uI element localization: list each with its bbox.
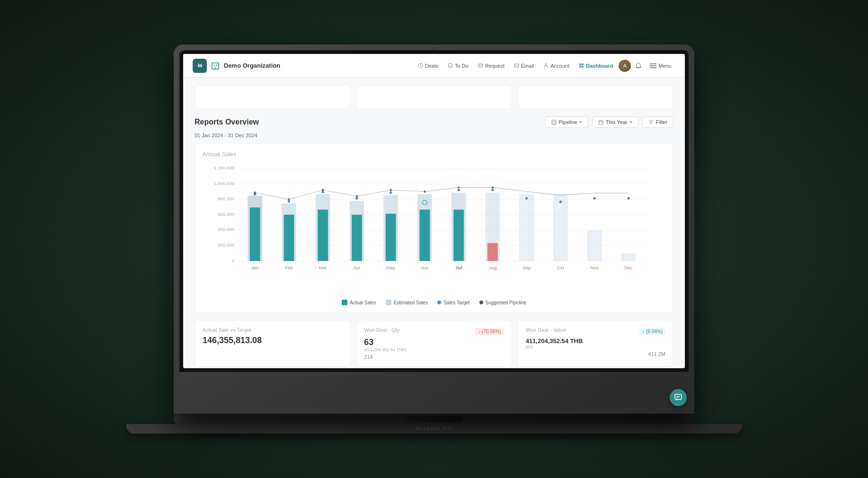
card-title-1: Actual Sale vs Target [203,327,342,333]
svg-line-6 [420,66,421,67]
svg-rect-2 [216,65,217,66]
card-sub-2: (411,204,352.54 THB) [364,347,504,352]
screen: ini Demo Organization [183,54,685,368]
svg-rect-54 [318,210,328,261]
svg-rect-83 [519,194,533,261]
svg-text:Jan: Jan [251,265,259,270]
svg-rect-8 [478,64,483,67]
svg-rect-7 [449,64,452,68]
screen-bezel: ini Demo Organization [179,50,689,372]
card-value-1: 146,355,813.08 [203,336,342,345]
svg-text:Feb: Feb [285,265,293,270]
chart-legend: Actual Sales Estimated Sales Sales Targe… [203,300,665,305]
account-label: Account [550,63,569,69]
svg-text:Apr: Apr [353,265,361,270]
nav-item-account[interactable]: Account [540,61,573,71]
svg-rect-89 [587,230,602,261]
this-year-button[interactable]: This Year ▾ [592,116,638,128]
legend-estimated-box [386,300,391,305]
navbar: ini Demo Organization [183,54,685,78]
legend-target-label: Sales Target [443,300,469,305]
summary-cards [195,85,673,109]
svg-text:0: 0 [232,258,235,263]
legend-target-circle [437,301,441,304]
svg-point-90 [593,197,595,199]
bottom-card-won-value: Won Deal - Value ↑ (9.04%) 411,204,352.5… [518,320,673,367]
filter-icon [648,120,654,125]
legend-estimated-label: Estimated Sales [394,300,428,305]
svg-point-65 [390,191,392,194]
bell-icon [635,62,642,69]
deals-icon [418,63,423,68]
svg-rect-21 [599,121,603,124]
macbook-label: MacBook Pro [416,426,452,431]
avatar[interactable]: A [619,60,631,72]
svg-text:Sep: Sep [523,265,531,270]
legend-actual-label: Actual Sales [350,300,376,305]
account-icon [543,63,549,68]
date-range: 01 Jan 2024 - 31 Dec 2024 [195,133,673,138]
chart-container: Annual Sales 1,200,000 1,000,000 800,000… [195,143,673,313]
summary-card-3 [518,85,673,109]
svg-rect-44 [250,207,260,261]
filter-label: Filter [656,119,667,125]
svg-rect-12 [582,63,584,65]
svg-point-55 [322,191,324,193]
svg-rect-64 [386,214,396,261]
svg-text:1,000,000: 1,000,000 [214,181,235,186]
svg-text:Dec: Dec [624,265,632,270]
reports-header: Reports Overview Pipeline ▾ [195,116,673,128]
svg-rect-59 [352,215,362,261]
nav-item-email[interactable]: Email [510,61,538,71]
legend-suggested-pipeline: Suggested Pipeline [479,300,526,305]
menu-label: Menu [658,63,672,69]
nav-item-todo[interactable]: To Do [444,61,472,71]
bottom-card-won-qty: Won Deal - Qty ↓ (70.56%) 63 (411,204,35… [356,320,512,367]
menu-button[interactable]: Menu [646,61,675,71]
request-icon [478,63,483,68]
content-area: Reports Overview Pipeline ▾ [183,78,685,368]
laptop-bottom [174,414,694,424]
legend-pipeline-label: Suggested Pipeline [486,300,526,305]
nav-item-dashboard[interactable]: Dashboard [575,61,617,71]
qty-badge: ↓ (70.56%) [475,328,504,335]
svg-point-10 [545,64,547,66]
svg-text:Jun: Jun [421,265,429,270]
todo-label: To Do [455,63,469,69]
svg-text:Aug: Aug [488,265,496,270]
svg-rect-1 [213,65,215,66]
card-value-3: 411,204,352.54 THB [526,337,665,345]
bottom-cards: Actual Sale vs Target 146,355,813.08 Won… [195,320,673,367]
summary-card-1 [195,85,350,109]
nav-item-request[interactable]: Request [474,61,508,71]
legend-sales-target: Sales Target [437,300,469,305]
laptop-base-inner: MacBook Pro [126,424,742,431]
svg-point-75 [457,189,460,191]
svg-rect-11 [579,63,581,65]
laptop-base: MacBook Pro [126,424,742,434]
nav-item-deals[interactable]: Deals [414,61,442,71]
svg-rect-9 [514,64,519,67]
svg-rect-49 [284,215,294,261]
svg-point-50 [288,200,290,203]
svg-point-84 [525,197,528,199]
email-icon [514,63,519,68]
svg-rect-14 [582,66,584,68]
filter-button[interactable]: Filter [642,116,673,128]
laptop-outer: ini Demo Organization [174,44,694,414]
email-label: Email [521,63,534,69]
notification-bell[interactable] [633,60,644,71]
pipeline-icon [551,120,557,125]
svg-text:800,000: 800,000 [218,196,235,201]
reports-controls: Pipeline ▾ Th [545,116,673,128]
pipeline-button[interactable]: Pipeline ▾ [545,116,588,128]
legend-actual-box [342,300,347,305]
request-label: Request [485,63,505,69]
svg-point-80 [491,189,494,191]
svg-point-93 [627,197,629,199]
svg-text:Nov: Nov [590,265,598,270]
svg-rect-3 [214,67,216,69]
dashboard-label: Dashboard [586,63,613,69]
card-sub2-3: 411.2M [526,351,665,357]
legend-estimated-sales: Estimated Sales [386,300,428,305]
